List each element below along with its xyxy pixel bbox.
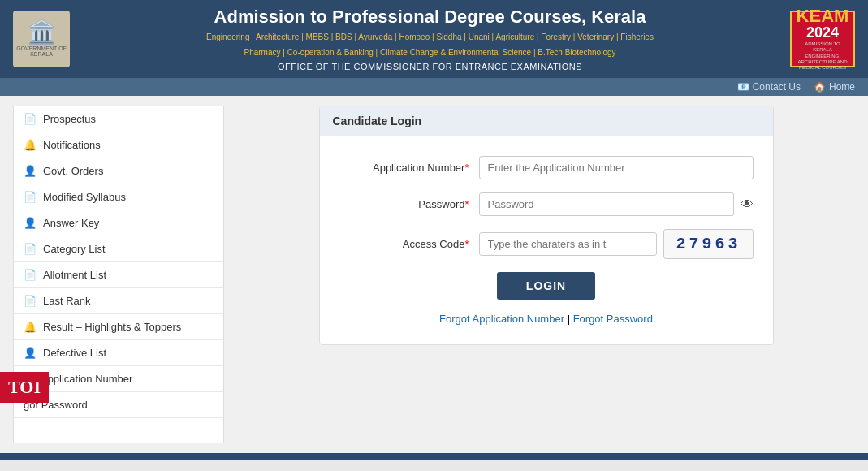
login-form-body: Application Number* Password* 👁 (320, 136, 773, 344)
notifications-icon: 🔔 (24, 139, 37, 151)
sidebar-label-answer-key: Answer Key (43, 217, 99, 229)
page-title: Admission to Professional Degree Courses… (83, 6, 777, 28)
kerala-logo: 🏛️ GOVERNMENT OF KERALA (13, 11, 70, 67)
sidebar-label-last-rank: Last Rank (43, 295, 91, 307)
sidebar-item-prospectus[interactable]: 📄 Prospectus (14, 106, 223, 132)
captcha-row: 27963 (479, 229, 754, 259)
allotment-list-icon: 📄 (24, 269, 37, 281)
sidebar-item-category-list[interactable]: 📄 Category List (14, 236, 223, 262)
keam-subtitle: ADMISSION TO KERALA ENGINEERING, ARCHITE… (795, 41, 850, 71)
sidebar-label-prospectus: Prospectus (43, 113, 96, 125)
home-link[interactable]: 🏠 Home (814, 81, 855, 93)
password-input-wrapper: 👁 (479, 192, 754, 216)
sidebar-item-allotment-list[interactable]: 📄 Allotment List (14, 262, 223, 288)
sidebar-label-modified-syllabus: Modified Syllabus (43, 191, 126, 203)
forgot-links-separator: | (568, 313, 570, 325)
prospectus-icon: 📄 (24, 113, 37, 125)
access-code-required: * (464, 238, 469, 250)
keam-year: 2024 (806, 25, 839, 40)
sidebar-label-allotment-list: Allotment List (43, 269, 106, 281)
app-number-label: Application Number* (339, 162, 469, 174)
sidebar-label-defective-list: Defective List (43, 347, 106, 359)
main-content: 📄 Prospectus 🔔 Notifications 👤 Govt. Ord… (0, 96, 868, 453)
login-content-area: Candidate Login Application Number* Pass… (224, 106, 868, 443)
sidebar-item-last-rank[interactable]: 📄 Last Rank (14, 288, 223, 314)
sidebar-item-result-highlights[interactable]: 🔔 Result – Highlights & Toppers (14, 314, 223, 340)
logo-text: GOVERNMENT OF KERALA (13, 45, 70, 57)
sidebar-label-result-highlights: Result – Highlights & Toppers (43, 321, 181, 333)
app-number-input[interactable] (479, 156, 754, 179)
forgot-password-link[interactable]: Forgot Password (573, 313, 653, 325)
app-number-row: Application Number* (339, 156, 754, 179)
access-code-input[interactable] (479, 232, 658, 256)
answer-key-icon: 👤 (24, 217, 37, 229)
toggle-password-icon[interactable]: 👁 (741, 197, 754, 212)
password-input[interactable] (479, 192, 734, 216)
login-button[interactable]: LOGIN (497, 272, 595, 300)
contact-us-link[interactable]: 📧 Contact Us (737, 81, 801, 93)
office-title: OFFICE OF THE COMMISSIONER FOR ENTRANCE … (83, 62, 777, 71)
modified-syllabus-icon: 📄 (24, 191, 37, 203)
sidebar-label-govt-orders: Govt. Orders (43, 165, 103, 177)
keam-title: KEAM (797, 7, 849, 25)
sidebar-item-govt-orders[interactable]: 👤 Govt. Orders (14, 158, 223, 184)
emblem-icon: 🏛️ (28, 21, 56, 44)
header-center: Admission to Professional Degree Courses… (83, 6, 777, 71)
sidebar-label-notifications: Notifications (43, 139, 101, 151)
captcha-image: 27963 (663, 229, 753, 259)
access-code-row: Access Code* 27963 (339, 229, 754, 259)
login-button-row: LOGIN (339, 272, 754, 300)
app-number-required: * (464, 162, 469, 174)
home-icon: 🏠 (814, 81, 826, 93)
keam-badge: KEAM 2024 ADMISSION TO KERALA ENGINEERIN… (790, 11, 855, 67)
result-highlights-icon: 🔔 (24, 321, 37, 333)
password-required: * (464, 198, 469, 210)
courses-line1: Engineering | Architecture | MBBS | BDS … (83, 31, 777, 43)
top-navbar: 📧 Contact Us 🏠 Home (0, 78, 868, 96)
sidebar-label-category-list: Category List (43, 243, 106, 255)
contact-icon: 📧 (737, 81, 749, 93)
govt-orders-icon: 👤 (24, 165, 37, 177)
sidebar-item-defective-list[interactable]: 👤 Defective List (14, 340, 223, 366)
page-header: 🏛️ GOVERNMENT OF KERALA Admission to Pro… (0, 0, 868, 78)
access-code-label: Access Code* (339, 238, 469, 250)
password-row: Password* 👁 (339, 192, 754, 216)
last-rank-icon: 📄 (24, 295, 37, 307)
sidebar-item-notifications[interactable]: 🔔 Notifications (14, 132, 223, 158)
category-list-icon: 📄 (24, 243, 37, 255)
login-card: Candidate Login Application Number* Pass… (319, 106, 774, 345)
password-label: Password* (339, 198, 469, 210)
courses-line2: Pharmacy | Co-operation & Banking | Clim… (83, 46, 777, 58)
login-card-header: Candidate Login (320, 106, 773, 136)
forgot-application-number-link[interactable]: Forgot Application Number (439, 313, 564, 325)
defective-list-icon: 👤 (24, 347, 37, 359)
sidebar-item-modified-syllabus[interactable]: 📄 Modified Syllabus (14, 184, 223, 210)
sidebar-item-answer-key[interactable]: 👤 Answer Key (14, 210, 223, 236)
forgot-links-row: Forgot Application Number | Forgot Passw… (339, 313, 754, 325)
toi-badge: TOI (0, 372, 49, 403)
footer-bar (0, 453, 868, 460)
